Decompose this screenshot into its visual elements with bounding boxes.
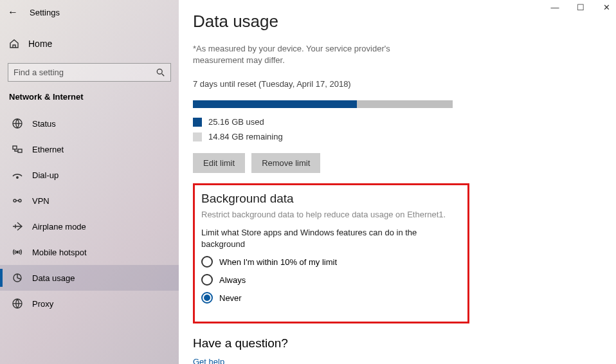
background-data-desc: Restrict background data to help reduce … bbox=[201, 210, 460, 219]
remaining-text: 14.84 GB remaining bbox=[208, 132, 283, 141]
radio-option-2[interactable]: Never bbox=[201, 292, 460, 304]
sidebar-item-label: Proxy bbox=[32, 299, 53, 309]
sidebar-item-dial-up[interactable]: Dial-up bbox=[0, 162, 179, 188]
window-controls: — ☐ ✕ bbox=[550, 3, 611, 12]
background-data-section: Background data Restrict background data… bbox=[193, 183, 469, 323]
used-row: 25.16 GB used bbox=[193, 117, 616, 127]
search-placeholder: Find a setting bbox=[14, 68, 156, 77]
svg-point-8 bbox=[19, 199, 21, 202]
sidebar-item-ethernet[interactable]: Ethernet bbox=[0, 136, 179, 162]
ethernet-icon bbox=[12, 143, 23, 155]
radio-option-1[interactable]: Always bbox=[201, 274, 460, 286]
proxy-icon bbox=[12, 298, 23, 309]
radio-option-0[interactable]: When I'm within 10% of my limit bbox=[201, 256, 460, 268]
sidebar-item-label: Airplane mode bbox=[32, 222, 86, 232]
airplane-icon bbox=[12, 221, 23, 232]
question-title: Have a question? bbox=[193, 336, 616, 350]
background-option-heading: Limit what Store apps and Windows featur… bbox=[201, 227, 420, 250]
radio-label: Never bbox=[219, 293, 242, 303]
nav-list: StatusEthernetDial-upVPNAirplane modeMob… bbox=[0, 111, 179, 316]
question-section: Have a question? Get help bbox=[193, 336, 616, 364]
window-title: Settings bbox=[30, 8, 60, 17]
sidebar-item-label: VPN bbox=[32, 196, 50, 206]
section-header: Network & Internet bbox=[0, 92, 179, 111]
close-button[interactable]: ✕ bbox=[602, 3, 611, 12]
radio-icon bbox=[201, 274, 213, 286]
sidebar-item-data-usage[interactable]: Data usage bbox=[0, 265, 179, 291]
sidebar-topbar: ← Settings bbox=[0, 5, 179, 27]
remaining-swatch-icon bbox=[193, 132, 202, 141]
sidebar-item-airplane-mode[interactable]: Airplane mode bbox=[0, 214, 179, 239]
minimize-button[interactable]: — bbox=[550, 3, 559, 12]
sidebar-item-label: Mobile hotspot bbox=[32, 248, 87, 257]
home-label: Home bbox=[28, 39, 52, 49]
remaining-row: 14.84 GB remaining bbox=[193, 132, 616, 141]
dialup-icon bbox=[12, 169, 23, 181]
sidebar-item-label: Dial-up bbox=[32, 170, 59, 180]
reset-info: 7 days until reset (Tuesday, April 17, 2… bbox=[193, 79, 616, 89]
radio-icon bbox=[201, 256, 213, 268]
home-button[interactable]: Home bbox=[0, 32, 179, 55]
search-input[interactable]: Find a setting bbox=[8, 63, 171, 82]
remove-limit-button[interactable]: Remove limit bbox=[251, 153, 320, 173]
sidebar: ← Settings Home Find a setting Network &… bbox=[0, 0, 179, 364]
svg-rect-4 bbox=[13, 146, 17, 149]
svg-rect-5 bbox=[18, 149, 22, 152]
sidebar-item-vpn[interactable]: VPN bbox=[0, 188, 179, 214]
svg-point-0 bbox=[157, 69, 162, 74]
page-title: Data usage bbox=[193, 12, 616, 32]
edit-limit-button[interactable]: Edit limit bbox=[193, 153, 245, 173]
svg-point-7 bbox=[14, 199, 16, 202]
used-swatch-icon bbox=[193, 118, 202, 127]
limit-buttons: Edit limit Remove limit bbox=[193, 153, 616, 173]
data-usage-icon bbox=[12, 272, 23, 284]
sidebar-item-label: Ethernet bbox=[32, 145, 64, 154]
radio-icon bbox=[201, 292, 213, 304]
sidebar-item-mobile-hotspot[interactable]: Mobile hotspot bbox=[0, 239, 179, 265]
svg-point-6 bbox=[17, 177, 18, 178]
background-data-title: Background data bbox=[201, 192, 460, 206]
measurement-note: *As measured by your device. Your servic… bbox=[193, 43, 437, 66]
hotspot-icon bbox=[12, 246, 23, 258]
usage-progress-bar bbox=[193, 100, 453, 108]
svg-line-1 bbox=[162, 73, 165, 76]
background-radio-group: When I'm within 10% of my limitAlwaysNev… bbox=[201, 256, 460, 304]
sidebar-item-label: Data usage bbox=[32, 273, 75, 283]
vpn-icon bbox=[12, 195, 23, 206]
usage-progress-fill bbox=[193, 100, 357, 108]
status-icon bbox=[12, 118, 23, 129]
main-content: — ☐ ✕ Data usage *As measured by your de… bbox=[179, 0, 616, 364]
radio-label: Always bbox=[219, 275, 246, 285]
maximize-button[interactable]: ☐ bbox=[576, 3, 585, 12]
back-button[interactable]: ← bbox=[8, 6, 18, 18]
sidebar-item-label: Status bbox=[32, 119, 56, 129]
search-icon bbox=[156, 68, 165, 77]
get-help-link[interactable]: Get help bbox=[193, 357, 224, 364]
radio-label: When I'm within 10% of my limit bbox=[219, 257, 337, 267]
sidebar-item-status[interactable]: Status bbox=[0, 111, 179, 136]
svg-point-10 bbox=[17, 251, 19, 253]
sidebar-item-proxy[interactable]: Proxy bbox=[0, 291, 179, 316]
home-icon bbox=[9, 39, 19, 49]
used-text: 25.16 GB used bbox=[208, 117, 264, 127]
